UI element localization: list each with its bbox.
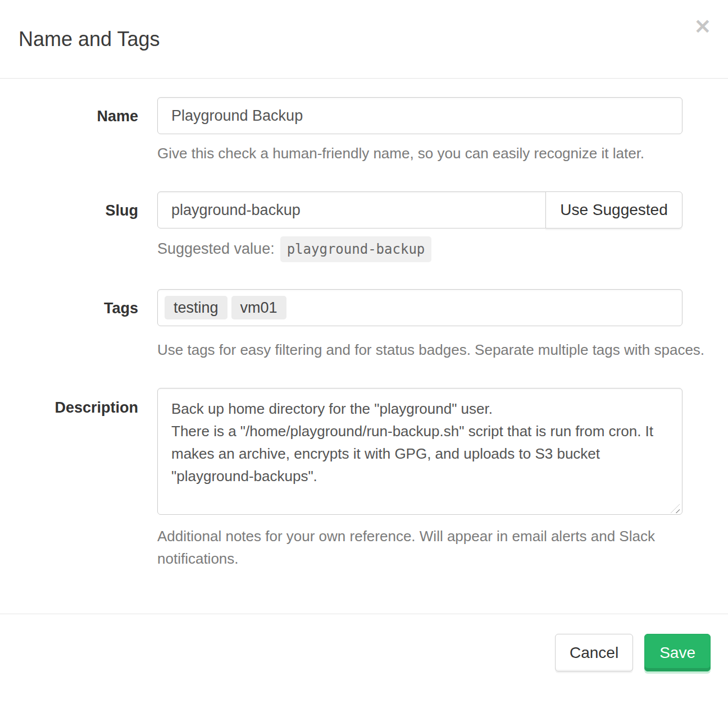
suggested-value-line: Suggested value:playground-backup xyxy=(157,236,683,262)
description-field-row: Description Back up home directory for t… xyxy=(0,388,728,570)
name-and-tags-dialog: Name and Tags ✕ Name Give this check a h… xyxy=(0,0,728,688)
tag-chip: testing xyxy=(165,296,228,319)
slug-field-row: Slug Use Suggested Suggested value:playg… xyxy=(0,191,728,262)
name-help-text: Give this check a human-friendly name, s… xyxy=(157,142,683,164)
description-textarea[interactable]: Back up home directory for the "playgrou… xyxy=(157,388,683,515)
slug-input[interactable] xyxy=(157,191,546,228)
description-label: Description xyxy=(54,388,138,416)
slug-input-group: Use Suggested xyxy=(157,191,683,228)
use-suggested-button[interactable]: Use Suggested xyxy=(545,191,683,228)
name-input[interactable] xyxy=(157,97,683,134)
tags-label: Tags xyxy=(104,289,138,317)
name-field-row: Name Give this check a human-friendly na… xyxy=(0,97,728,164)
suggested-value-code: playground-backup xyxy=(280,236,432,262)
tags-input[interactable]: testing vm01 xyxy=(157,289,683,326)
close-icon[interactable]: ✕ xyxy=(694,17,711,37)
dialog-body: Name Give this check a human-friendly na… xyxy=(0,79,728,614)
slug-label: Slug xyxy=(106,191,139,219)
description-help-text: Additional notes for your own reference.… xyxy=(157,525,713,570)
dialog-footer: Cancel Save xyxy=(0,614,728,688)
tags-help-text: Use tags for easy filtering and for stat… xyxy=(157,339,713,361)
tags-field-row: Tags testing vm01 Use tags for easy filt… xyxy=(0,289,728,361)
name-label: Name xyxy=(97,97,138,125)
dialog-title: Name and Tags xyxy=(19,28,709,51)
tag-chip: vm01 xyxy=(231,296,286,319)
cancel-button[interactable]: Cancel xyxy=(555,634,633,671)
suggested-value-label: Suggested value: xyxy=(157,240,275,257)
dialog-header: Name and Tags ✕ xyxy=(0,0,728,79)
save-button[interactable]: Save xyxy=(644,634,711,671)
